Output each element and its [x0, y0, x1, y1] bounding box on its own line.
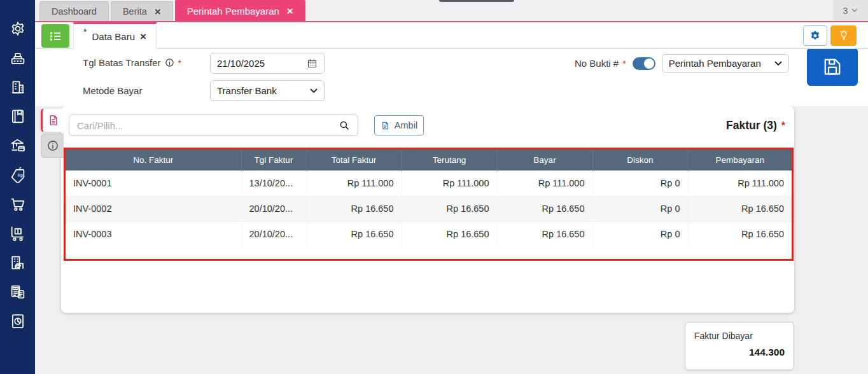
faktur-dibayar-summary: Faktur Dibayar 144.300 — [685, 322, 794, 370]
tab-data-baru[interactable]: * Data Baru × — [73, 22, 157, 49]
detail-tab-info[interactable] — [41, 134, 64, 158]
tab-berita[interactable]: Berita × — [111, 1, 173, 21]
column-header[interactable]: Bayar — [497, 149, 592, 170]
bank-payment-icon[interactable] — [7, 135, 29, 156]
table-cell[interactable]: Rp 16.650 — [306, 196, 402, 221]
table-row[interactable]: INV-000113/10/20...Rp 111.000Rp 111.000R… — [66, 170, 792, 196]
tab-dashboard[interactable]: Dashboard — [39, 1, 109, 21]
help-tips-button[interactable] — [830, 25, 857, 46]
tab-label: Data Baru — [92, 31, 135, 42]
fetch-document-icon — [381, 121, 390, 130]
app-window: Rp TAX Dashboard Berita × Per — [0, 0, 868, 374]
chevron-down-icon — [851, 8, 858, 13]
table-cell[interactable]: Rp 111.000 — [497, 170, 592, 196]
table-cell[interactable]: Rp 111.000 — [402, 170, 497, 196]
settings-gear-icon[interactable] — [7, 18, 29, 39]
tgl-batas-transfer-input[interactable]: 21/10/2025 — [210, 53, 325, 74]
column-header[interactable]: Terutang — [402, 149, 497, 170]
table-cell[interactable]: Rp 0 — [592, 196, 688, 221]
form-settings-button[interactable] — [803, 25, 827, 46]
faktur-panel: Ambil Faktur (3) * No. FakturTgl FakturT… — [61, 106, 794, 313]
table-cell[interactable]: INV-0001 — [66, 170, 241, 196]
table-row[interactable]: INV-000220/10/20...Rp 16.650Rp 16.650Rp … — [66, 196, 792, 221]
list-view-button[interactable] — [41, 24, 69, 48]
fixed-asset-icon[interactable] — [7, 252, 29, 274]
svg-text:TAX: TAX — [13, 287, 18, 290]
info-icon — [46, 139, 59, 152]
search-icon[interactable] — [339, 120, 350, 131]
table-cell[interactable]: INV-0003 — [66, 221, 241, 247]
label-text: Tgl Batas Transfer — [83, 57, 161, 68]
tax-documents-icon[interactable]: TAX — [7, 281, 29, 303]
table-cell[interactable]: Rp 111.000 — [306, 170, 402, 196]
document-icon — [47, 114, 60, 127]
main-sidebar: Rp TAX — [0, 0, 35, 374]
column-header[interactable]: No. Faktur — [66, 149, 241, 170]
label-text: No Bukti # — [575, 58, 619, 69]
tab-label: Berita — [123, 6, 147, 17]
top-center-artifact — [439, 0, 514, 2]
lightbulb-icon — [837, 29, 850, 42]
chevron-down-icon — [774, 61, 782, 66]
cash-register-icon[interactable] — [7, 47, 29, 69]
no-bukti-select[interactable]: Perintah Pembayaran — [662, 54, 789, 73]
payment-form: Tgl Batas Transfer * 21/10/2025 Metode B… — [35, 49, 868, 106]
save-button[interactable] — [807, 48, 858, 86]
summary-value: 144.300 — [694, 347, 785, 358]
table-cell[interactable]: Rp 16.650 — [688, 221, 792, 247]
table-cell[interactable]: Rp 16.650 — [688, 196, 792, 221]
column-header[interactable]: Pembayaran — [688, 149, 792, 170]
svg-text:Rp: Rp — [17, 173, 23, 178]
close-icon[interactable]: × — [155, 6, 161, 17]
tab-overflow-dropdown[interactable]: 3 — [833, 0, 868, 21]
no-bukti-label: No Bukti # * — [575, 58, 626, 69]
tab-label: Perintah Pembayaran — [187, 6, 279, 17]
tab-count: 3 — [843, 6, 848, 16]
tab-perintah-pembayaran[interactable]: Perintah Pembayaran × — [175, 0, 305, 21]
calendar-icon[interactable] — [307, 58, 318, 69]
summary-label: Faktur Dibayar — [694, 331, 785, 341]
metode-bayar-select[interactable]: Transfer Bank — [210, 80, 325, 101]
table-cell[interactable]: Rp 111.000 — [688, 170, 792, 196]
price-tag-rp-icon[interactable]: Rp — [7, 164, 29, 186]
list-icon — [48, 29, 63, 44]
table-cell[interactable]: Rp 16.650 — [497, 196, 592, 221]
save-floppy-icon — [821, 55, 844, 78]
table-cell[interactable]: INV-0002 — [66, 196, 241, 221]
column-header[interactable]: Total Faktur — [306, 149, 402, 170]
faktur-table-body: INV-000113/10/20...Rp 111.000Rp 111.000R… — [66, 170, 792, 247]
unsaved-marker: * — [83, 27, 87, 37]
table-cell[interactable]: Rp 0 — [592, 221, 688, 247]
gear-icon — [809, 29, 822, 42]
top-tab-bar: Dashboard Berita × Perintah Pembayaran ×… — [35, 0, 868, 22]
shopping-cart-icon[interactable] — [7, 193, 29, 215]
table-cell[interactable]: Rp 16.650 — [497, 221, 592, 247]
ambil-label: Ambil — [395, 120, 417, 130]
selected-value: Perintah Pembayaran — [669, 58, 761, 69]
table-cell[interactable]: 13/10/20... — [241, 170, 306, 196]
report-chart-icon[interactable] — [7, 310, 29, 332]
journal-book-icon[interactable] — [7, 106, 29, 127]
close-icon[interactable]: × — [140, 31, 146, 43]
column-header[interactable]: Tgl Faktur — [241, 149, 306, 170]
table-cell[interactable]: Rp 16.650 — [402, 221, 497, 247]
table-cell[interactable]: Rp 16.650 — [402, 196, 497, 221]
hand-truck-icon[interactable] — [7, 223, 29, 244]
table-cell[interactable]: 20/10/20... — [241, 221, 306, 247]
table-cell[interactable]: Rp 0 — [592, 170, 688, 196]
table-cell[interactable]: Rp 16.650 — [306, 221, 402, 247]
label-text: Metode Bayar — [83, 85, 142, 96]
table-row[interactable]: INV-000320/10/20...Rp 16.650Rp 16.650Rp … — [66, 221, 792, 247]
office-building-icon[interactable] — [7, 76, 29, 98]
no-bukti-toggle[interactable] — [633, 57, 655, 70]
ambil-button[interactable]: Ambil — [374, 115, 424, 135]
no-bukti-group: No Bukti # * Perintah Pembayaran — [575, 54, 789, 73]
search-input[interactable] — [77, 120, 333, 131]
detail-tab-faktur[interactable] — [41, 108, 64, 132]
info-icon[interactable] — [165, 58, 174, 67]
column-header[interactable]: Diskon — [592, 149, 688, 170]
selected-value: Transfer Bank — [217, 85, 277, 96]
close-icon[interactable]: × — [287, 6, 293, 17]
table-cell[interactable]: 20/10/20... — [241, 196, 306, 221]
faktur-table-head-row: No. FakturTgl FakturTotal FakturTerutang… — [66, 149, 792, 170]
